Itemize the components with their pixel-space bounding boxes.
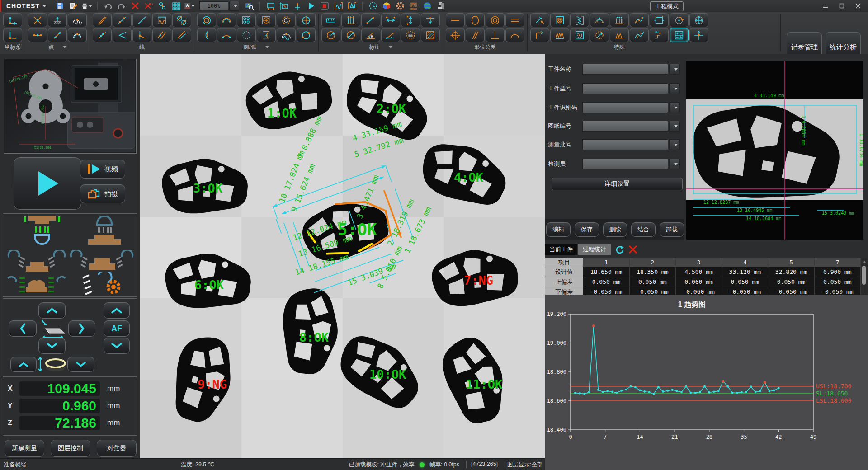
minimize-button[interactable] [819, 1, 832, 10]
focuser-button[interactable]: 对焦器 [97, 440, 137, 457]
line-points-tool-button[interactable] [113, 13, 132, 27]
run-measurement-button[interactable] [14, 157, 81, 210]
image-zoom-button[interactable] [244, 1, 255, 11]
circle-scan-tool-button[interactable] [297, 13, 316, 27]
tol-concentric-tool-button[interactable] [486, 13, 505, 27]
top-light-button[interactable] [84, 216, 125, 247]
arc-left-tool-button[interactable] [197, 28, 216, 42]
dim-angle-tool-button[interactable]: θ [361, 28, 380, 42]
delete-button[interactable]: 删除 [603, 222, 627, 237]
tab-process-statistics[interactable]: 过程统计 [578, 244, 611, 255]
circle-two-point-tool-button[interactable] [297, 28, 316, 42]
sp-comb-tool-button[interactable] [610, 13, 629, 27]
dim-diameter-tool-button[interactable] [341, 28, 360, 42]
dim-triple-tool-button[interactable] [341, 13, 360, 27]
side-light-left-button[interactable] [7, 250, 66, 273]
print-button[interactable] [81, 1, 92, 11]
link-button[interactable] [157, 1, 168, 11]
camera-stage-view[interactable]: 7 0.888 mm4 33.159 mm5 32.792 mm10 17.02… [140, 54, 545, 458]
axes-xy2-tool-button[interactable] [3, 28, 22, 42]
sp-dome-dim-tool-button[interactable] [590, 13, 609, 27]
sp-spring-tool-button[interactable] [550, 28, 569, 42]
sp-spline2-tool-button[interactable] [630, 28, 649, 42]
point-wave-tool-button[interactable] [68, 13, 87, 27]
circle-ring-tool-button[interactable] [197, 13, 216, 27]
tol-oval-tool-button[interactable] [466, 13, 485, 27]
sp-pick-tool-button[interactable] [530, 13, 549, 27]
video-button[interactable]: 视频 [80, 160, 125, 179]
line-plain-tool-button[interactable] [132, 13, 151, 27]
chevron-down-icon[interactable] [669, 139, 680, 150]
circle-gear-tool-button[interactable] [277, 13, 296, 27]
machine-button[interactable] [435, 1, 446, 11]
save-button[interactable] [54, 1, 65, 11]
chevron-down-icon[interactable] [389, 46, 392, 48]
arc-top-tool-button[interactable] [217, 13, 236, 27]
detail-settings-button[interactable]: 详细设置 [552, 178, 683, 190]
dim-mm-tool-button[interactable]: mm [401, 28, 420, 42]
form-field-1-input[interactable] [582, 64, 668, 75]
contour-light-button[interactable] [23, 216, 61, 247]
play-mini-button[interactable] [306, 1, 316, 11]
chevron-down-icon[interactable] [229, 1, 239, 11]
chevron-down-icon[interactable] [669, 159, 680, 169]
waveform-b-button[interactable] [346, 1, 357, 11]
light-settings-button[interactable] [79, 272, 130, 295]
undo-button[interactable] [103, 1, 113, 11]
point-cross-tool-button[interactable] [28, 13, 47, 27]
maximize-button[interactable] [835, 1, 848, 10]
delete-all-button[interactable]: ALL [143, 1, 154, 11]
point-dome-tool-button[interactable] [68, 28, 87, 42]
refresh-icon[interactable] [615, 245, 624, 254]
line-tangent-tool-button[interactable] [172, 13, 191, 27]
circle-grid-tool-button[interactable] [237, 13, 256, 27]
circle-dashed-tool-button[interactable] [237, 28, 256, 42]
save-button[interactable]: 保存 [575, 222, 599, 237]
app-menu[interactable]: CHOTEST [0, 2, 46, 9]
grid-button[interactable] [170, 1, 181, 11]
form-field-3-input[interactable] [582, 102, 668, 113]
line-angle-tool-button[interactable] [113, 28, 132, 42]
record-button[interactable] [319, 1, 330, 11]
focus-up-button[interactable] [104, 302, 130, 319]
sp-box-dim-tool-button[interactable] [650, 13, 669, 27]
line-dots-tool-button[interactable] [93, 28, 112, 42]
dim-drop-tool-button[interactable] [421, 13, 440, 27]
redo-button[interactable] [116, 1, 127, 11]
sp-calculator-tool-button[interactable] [670, 28, 689, 42]
point-plane-tool-button[interactable] [48, 13, 67, 27]
layer-control-button[interactable]: 图层控制 [51, 440, 90, 457]
tol-arc-tool-button[interactable] [505, 28, 524, 42]
dim-hatch-tool-button[interactable] [421, 28, 440, 42]
edit-button[interactable]: 编辑 [546, 222, 571, 237]
timer-button[interactable] [368, 1, 378, 11]
new-measurement-button[interactable]: 新建测量 [5, 440, 44, 457]
sp-rotate-tool-button[interactable] [670, 13, 689, 27]
sp-waveclamp-tool-button[interactable] [570, 13, 589, 27]
autofocus-button[interactable]: AF [104, 320, 130, 337]
form-field-5-input[interactable] [582, 139, 668, 150]
edit-template-button[interactable] [68, 1, 79, 11]
waveform-a-button[interactable] [333, 1, 344, 11]
chevron-down-icon[interactable] [669, 83, 680, 94]
stage-up-button[interactable] [38, 302, 66, 319]
ring-light-up-button[interactable] [10, 357, 37, 372]
line-edge-tool-button[interactable] [93, 13, 112, 27]
zoom-select-combo[interactable]: 100% [199, 1, 239, 11]
form-field-2-input[interactable] [582, 83, 668, 94]
gear-button[interactable] [395, 1, 406, 11]
ring-light-down-button[interactable] [67, 357, 94, 372]
axes-xy-tool-button[interactable] [3, 13, 22, 27]
sp-cross-move-tool-button[interactable] [689, 13, 708, 27]
chevron-down-icon[interactable] [63, 46, 66, 48]
line-parallel-tool-button[interactable] [152, 28, 171, 42]
size-box-button[interactable] [278, 1, 289, 11]
chevron-down-icon[interactable] [669, 102, 680, 113]
delete-button[interactable] [130, 1, 141, 11]
line-wave-box-tool-button[interactable] [152, 13, 171, 27]
tol-position-tool-button[interactable] [446, 28, 465, 42]
circle-boxed-tool-button[interactable] [257, 13, 276, 27]
coaxial-light-button[interactable] [7, 274, 66, 295]
dim-skew-tool-button[interactable] [361, 13, 380, 27]
box-3d-button[interactable] [381, 1, 392, 11]
